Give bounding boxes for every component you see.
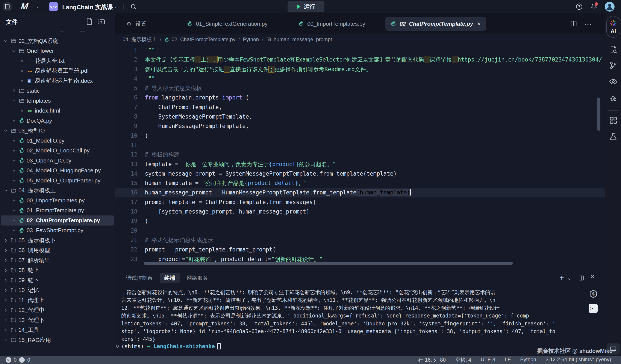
status-item[interactable]: 3.12.2 64-bit ('shims': pyenv) (546, 357, 611, 363)
code-line-11[interactable]: 11 (115, 141, 605, 150)
errors-count[interactable]: 0 (14, 357, 17, 363)
tree-item-DocQA.py[interactable]: DocQA.py (1, 116, 114, 126)
new-folder-icon[interactable] (97, 17, 105, 26)
search-icon[interactable] (130, 3, 137, 10)
tree-item-05_提示模板下[interactable]: 05_提示模板下 (1, 235, 114, 245)
marscode-logo[interactable]: M (21, 1, 28, 11)
warnings-count[interactable]: 0 (27, 357, 30, 363)
tree-item-02_ChatPromptTemplate.py[interactable]: 02_ChatPromptTemplate.py (1, 215, 114, 225)
new-file-icon[interactable] (85, 17, 94, 26)
run-button[interactable]: 运行 (288, 1, 325, 12)
chevron-down-icon[interactable] (11, 98, 17, 104)
chevron-right-icon[interactable] (3, 277, 9, 283)
code-line-7[interactable]: 7 ChatPromptTemplate, (115, 102, 605, 112)
new-terminal-icon[interactable]: + (559, 273, 564, 282)
project-name[interactable]: LangChain 实战课 (62, 3, 113, 11)
test-flask-icon[interactable] (609, 132, 618, 141)
chevron-right-icon[interactable] (11, 88, 17, 94)
code-line-5[interactable]: 5# 导入聊天消息类模板 (115, 83, 605, 93)
tree-item-易速鲜花运营指南.docx[interactable]: W易速鲜花运营指南.docx (1, 76, 114, 86)
debug-bug-icon[interactable] (609, 94, 618, 103)
code-line-8[interactable]: 8 SystemMessagePromptTemplate, (115, 112, 605, 121)
tree-item-05_ModelIO_OutputParser.py[interactable]: 05_ModelIO_OutputParser.py (1, 175, 114, 186)
code-line-22[interactable]: 22prompt = prompt_template.format_prompt… (115, 245, 605, 254)
tree-item-01_PromptTemplate.py[interactable]: 01_PromptTemplate.py (1, 206, 114, 216)
file-search-icon[interactable] (609, 45, 618, 54)
tree-item-03_FewShotPrompt.py[interactable]: 03_FewShotPrompt.py (1, 225, 114, 236)
code-line-12[interactable]: 12# 模板的构建 (115, 150, 605, 159)
preview-eye-icon[interactable] (609, 77, 618, 86)
chevron-right-icon[interactable] (3, 257, 9, 263)
ai-assistant-button[interactable]: AI (606, 16, 620, 38)
tree-item-OneFlower[interactable]: OneFlower (1, 46, 114, 56)
tree-item-09_链下[interactable]: 09_链下 (1, 275, 114, 285)
notifications-bell-icon[interactable] (590, 3, 598, 11)
breadcrumb-item[interactable]: 02_ChatPromptTemplate.py (164, 36, 236, 42)
close-panel-icon[interactable]: × (590, 272, 595, 281)
project-chevron-icon[interactable]: ⌄ (114, 3, 118, 9)
tree-item-花语大全.txt[interactable]: 花语大全.txt (1, 56, 114, 66)
source-control-icon[interactable] (609, 61, 618, 70)
chevron-right-icon[interactable] (3, 307, 9, 313)
tree-item-static[interactable]: static (1, 86, 114, 96)
panel-tab-网络服务[interactable]: 网络服务 (182, 273, 213, 283)
terminal-prompt[interactable]: (shims) → LangChain-shizhanke (121, 343, 221, 349)
code-line-3[interactable]: 3您可以点击最上方的“运行”按钮，直接运行该文件；更多操作指引请参考Readme… (115, 64, 605, 74)
terminal-dropdown-chevron-icon[interactable]: ⌄ (567, 275, 571, 281)
code-line-1[interactable]: 1""" (115, 46, 605, 55)
chevron-down-icon[interactable] (3, 188, 9, 193)
tree-item-10_记忆[interactable]: 10_记忆 (1, 285, 114, 295)
chevron-down-icon[interactable] (3, 128, 9, 134)
extensions-icon[interactable] (609, 116, 618, 125)
vertical-scrollbar[interactable] (597, 97, 600, 131)
tree-item-04_ModelIO_HuggingFace.py[interactable]: 04_ModelIO_HuggingFace.py (1, 166, 114, 176)
tree-item-04_提示模板上[interactable]: 04_提示模板上 (1, 186, 114, 196)
code-line-20[interactable]: 20 (115, 226, 605, 235)
tree-item-11_代理上[interactable]: 11_代理上 (1, 295, 114, 305)
status-item[interactable]: UTF-8 (481, 357, 495, 363)
code-line-21[interactable]: 21# 格式化提示消息生成提示 (115, 235, 605, 245)
code-line-2[interactable]: 2本文件是【提示工程（上）：用少样本FewShotTemplate和Exampl… (115, 55, 605, 64)
status-item[interactable]: Python (520, 357, 536, 363)
tree-item-01_ModelIO.py[interactable]: 01_ModelIO.py (1, 136, 114, 146)
split-editor-icon[interactable] (570, 20, 578, 28)
terminal-session-icon[interactable]: >_ (589, 304, 598, 313)
breadcrumb-item[interactable]: 04_提示模板上 (122, 36, 157, 43)
code-line-17[interactable]: 17prompt_template = ChatPromptTemplate.f… (115, 197, 605, 207)
more-actions-icon[interactable]: ⋯ (584, 20, 592, 28)
tree-item-易速鲜花员工手册.pdf[interactable]: 易速鲜花员工手册.pdf (1, 66, 114, 76)
chevron-right-icon[interactable] (3, 248, 9, 253)
editor-tab-02_ChatPromptTemplate.py[interactable]: 02_ChatPromptTemplate.py× (385, 17, 486, 31)
status-item[interactable]: 空格: 4 (455, 357, 471, 363)
code-line-10[interactable]: 10) (115, 131, 605, 141)
logo-menu-chevron-icon[interactable]: ⌄ (36, 3, 39, 9)
breadcrumb-item[interactable]: @human_message_prompt (266, 36, 332, 42)
shell-profile-icon[interactable]: $ (589, 289, 599, 299)
panel-tab-终端[interactable]: 终端 (160, 273, 180, 283)
tree-item-00_ImportTemplates.py[interactable]: 00_ImportTemplates.py (1, 195, 114, 206)
errors-icon[interactable]: × (6, 357, 11, 363)
chevron-right-icon[interactable] (3, 287, 9, 293)
panel-tab-调试控制台[interactable]: 调试控制台 (121, 273, 157, 283)
tree-item-03_OpenAI_IO.py[interactable]: 03_OpenAI_IO.py (1, 156, 114, 166)
horizontal-scrollbar[interactable] (144, 262, 513, 265)
user-avatar[interactable] (605, 2, 615, 12)
chevron-right-icon[interactable] (3, 317, 9, 323)
tree-item-index.html[interactable]: <>index.html (1, 106, 114, 116)
close-icon[interactable]: × (477, 20, 481, 27)
editor-tab-设置[interactable]: ⚙设置 (121, 17, 152, 31)
tree-item-03_模型IO[interactable]: 03_模型IO (1, 126, 114, 136)
tree-item-14_工具[interactable]: 14_工具 (1, 325, 114, 335)
code-line-19[interactable]: 19) (115, 216, 605, 226)
breadcrumb-item[interactable]: Python (243, 36, 259, 42)
split-panel-icon[interactable] (578, 275, 585, 282)
code-line-13[interactable]: 13template = "你是一位专业顾问，负责为专注于{product}的公… (115, 159, 605, 169)
code-line-14[interactable]: 14system_message_prompt = SystemMessageP… (115, 169, 605, 178)
tree-item-02_ModelIO_LoopCall.py[interactable]: 02_ModelIO_LoopCall.py (1, 146, 114, 156)
editor-tab-01_SimpleTextGeneration.py[interactable]: 01_SimpleTextGeneration.py (182, 17, 273, 31)
code-line-6[interactable]: 6from langchain.prompts import ( (115, 93, 605, 102)
status-item[interactable]: 行 16, 列 80 (418, 357, 446, 363)
chevron-right-icon[interactable] (3, 327, 9, 333)
status-item[interactable]: LF (505, 357, 511, 363)
code-line-15[interactable]: 15human_template = "公司主打产品是{product_deta… (115, 178, 605, 188)
